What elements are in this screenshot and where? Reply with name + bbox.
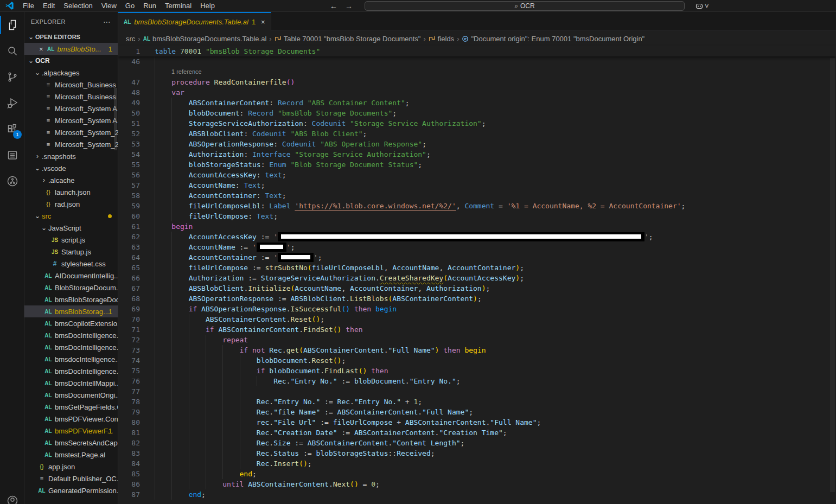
tree-item-bmsdocintelligence-[interactable]: ALbmsDocIntelligence... xyxy=(24,365,118,377)
code-line-46[interactable]: 46 xyxy=(118,56,836,67)
tree-item-bmsblobstorag-[interactable]: ALbmsBlobStorag...1 xyxy=(24,305,118,317)
code-line-61[interactable]: 61 begin xyxy=(118,221,836,232)
line-number[interactable]: 81 xyxy=(118,428,140,438)
line-number[interactable]: 74 xyxy=(118,355,140,366)
code-line-47[interactable]: 47 procedure ReadContainerfile() xyxy=(118,77,836,87)
code-line-51[interactable]: 51 StorageServiceAuthorization: Codeunit… xyxy=(118,118,836,129)
tree-item-stylesheet-css[interactable]: #stylesheet.css xyxy=(24,258,118,270)
line-number[interactable]: 71 xyxy=(118,324,140,335)
line-number[interactable]: 50 xyxy=(118,108,140,118)
line-number[interactable]: 87 xyxy=(118,489,140,500)
tree-item-microsoft-system-2-[interactable]: ≡Microsoft_System_2... xyxy=(24,126,118,138)
menu-terminal[interactable]: Terminal xyxy=(161,0,196,11)
code-line-79[interactable]: 79 Rec."file Name" := ABSContainerConten… xyxy=(118,407,836,417)
source-control-icon[interactable] xyxy=(0,64,24,90)
code-line-62[interactable]: 62 AccountAccessKey := ''; xyxy=(118,232,836,242)
line-number[interactable]: 66 xyxy=(118,273,140,283)
line-number[interactable]: 68 xyxy=(118,294,140,304)
code-line-72[interactable]: 72 repeat xyxy=(118,335,836,345)
tree-item-javascript[interactable]: ⌄JavaScript xyxy=(24,222,118,234)
line-number[interactable]: 53 xyxy=(118,139,140,149)
tree-item-generatedpermission-[interactable]: ALGeneratedPermission.... xyxy=(24,484,118,496)
code-line-49[interactable]: 49 ABSContainerContent: Record "ABS Cont… xyxy=(118,98,836,108)
line-number[interactable]: 46 xyxy=(118,56,140,67)
menu-help[interactable]: Help xyxy=(196,0,219,11)
code-line-77[interactable]: 77 xyxy=(118,386,836,397)
code-line-59[interactable]: 59 fileUrlComposeLbl: Label 'https://%1.… xyxy=(118,201,836,211)
tree-item-bmsdocintelligence-[interactable]: ALbmsDocIntelligence... xyxy=(24,341,118,353)
code-line-50[interactable]: 50 blobDocument: Record "bmsBlob Storage… xyxy=(118,108,836,118)
code-line-56[interactable]: 56 AccountAccessKey: text; xyxy=(118,170,836,180)
tree-item-bmstest-page-al[interactable]: ALbmstest.Page.al xyxy=(24,449,118,461)
tree-item-bmsdocintellmappi-[interactable]: ALbmsDocIntellMappi... xyxy=(24,377,118,389)
line-number[interactable]: 48 xyxy=(118,87,140,98)
line-number[interactable]: 52 xyxy=(118,129,140,139)
code-line-53[interactable]: 53 ABSOperationResponse: Codeunit "ABS O… xyxy=(118,139,836,149)
menu-go[interactable]: Go xyxy=(121,0,139,11)
tree-item-ocr[interactable]: ⌄OCR xyxy=(24,55,118,67)
breadcrumb-item[interactable]: Table 70001 "bmsBlob Storage Documents" xyxy=(275,35,421,43)
codelens-references[interactable]: 1 reference xyxy=(155,67,202,77)
tree-item--vscode[interactable]: ⌄.vscode xyxy=(24,162,118,174)
line-number[interactable]: 70 xyxy=(118,314,140,324)
al-home-icon[interactable] xyxy=(0,168,24,194)
line-number[interactable]: 47 xyxy=(118,77,140,87)
line-number[interactable]: 61 xyxy=(118,221,140,232)
nav-forward-icon[interactable]: → xyxy=(345,2,353,10)
code-line-52[interactable]: 52 ABSBlobClient: Codeunit "ABS Blob Cli… xyxy=(118,129,836,139)
al-object-list-icon[interactable] xyxy=(0,142,24,168)
code-line-85[interactable]: 85 end; xyxy=(118,469,836,479)
code-line-75[interactable]: 75 if blobDocument.FindLast() then xyxy=(118,366,836,376)
line-number[interactable]: 72 xyxy=(118,335,140,345)
command-center-search[interactable]: ⌕ OCR xyxy=(365,1,685,11)
code-line-83[interactable]: 83 Rec.Status := blobStorageStatus::Rece… xyxy=(118,448,836,458)
tree-item-bmsdocumentorigi-[interactable]: ALbmsDocumentOrigi... xyxy=(24,389,118,401)
tree-item-startup-js[interactable]: JSStartup.js xyxy=(24,246,118,258)
tree-item--snapshots[interactable]: ›.snapshots xyxy=(24,150,118,162)
tree-item-bmscopilotextensio-[interactable]: ALbmsCopilotExtensio... xyxy=(24,317,118,329)
open-editor-item[interactable]: × AL bmsBlobSto... 1 xyxy=(24,43,118,55)
code-line-60[interactable]: 60 fileUrlCompose: Text; xyxy=(118,211,836,221)
tree-item-microsoft-business-[interactable]: ≡Microsoft_Business ... xyxy=(24,91,118,103)
tree-item--alcache[interactable]: ›.alcache xyxy=(24,174,118,186)
tree-item-script-js[interactable]: JSscript.js xyxy=(24,234,118,246)
code-line-48[interactable]: 48 var xyxy=(118,87,836,98)
code-line-64[interactable]: 64 AccountContainer := ''; xyxy=(118,252,836,263)
line-number[interactable] xyxy=(118,67,140,77)
tree-item-blobstoragedocum-[interactable]: ALBlobStorageDocum... xyxy=(24,282,118,294)
code-line-57[interactable]: 57 AccountName: Text; xyxy=(118,180,836,190)
tree-item-microsoft-system-a-[interactable]: ≡Microsoft_System A... xyxy=(24,114,118,126)
code-line-55[interactable]: 55 blobStorageStatus: Enum "Blob Storage… xyxy=(118,160,836,170)
breadcrumb-item[interactable]: src xyxy=(126,35,135,43)
line-number[interactable]: 55 xyxy=(118,160,140,170)
breadcrumb-item[interactable]: ALbmsBlobStorageDocuments.Table.al xyxy=(143,35,267,43)
code-editor[interactable]: 461 reference47 procedure ReadContainerf… xyxy=(118,56,836,500)
tree-item-microsoft-system-2-[interactable]: ≡Microsoft_System_2... xyxy=(24,138,118,150)
tree-item-aidocumentintellig-[interactable]: ALAIDocumentIntellig... xyxy=(24,270,118,282)
editor-scrollbar[interactable] xyxy=(830,58,835,492)
line-number[interactable]: 85 xyxy=(118,469,140,479)
code-line-70[interactable]: 70 ABSContainerContent.Reset(); xyxy=(118,314,836,324)
search-view-icon[interactable] xyxy=(0,38,24,64)
line-number[interactable]: 60 xyxy=(118,211,140,221)
breadcrumb-item[interactable]: "Document origin": Enum 70001 "bmsDocume… xyxy=(462,35,644,43)
code-line-86[interactable]: 86 until ABSContainerContent.Next() = 0; xyxy=(118,479,836,489)
code-line-68[interactable]: 68 ABSOperationResponse := ABSBlobClient… xyxy=(118,294,836,304)
line-number[interactable]: 84 xyxy=(118,458,140,469)
line-number[interactable]: 83 xyxy=(118,448,140,458)
codelens-row[interactable]: 1 reference xyxy=(118,67,836,77)
code-line-71[interactable]: 71 if ABSContainerContent.FindSet() then xyxy=(118,324,836,335)
extensions-icon[interactable]: 1 xyxy=(0,116,24,142)
code-line-87[interactable]: 87 end; xyxy=(118,489,836,500)
code-line-65[interactable]: 65 fileUrlCompose := strSubstNo(fileUrlC… xyxy=(118,263,836,273)
line-number[interactable]: 64 xyxy=(118,252,140,263)
tree-item-microsoft-system-a-[interactable]: ≡Microsoft_System A... xyxy=(24,103,118,114)
tree-item-bmsdocintelligence-[interactable]: ALbmsdocIntelligence... xyxy=(24,353,118,365)
menu-view[interactable]: View xyxy=(97,0,121,11)
code-line-67[interactable]: 67 ABSBlobClient.Initialize(AccountName,… xyxy=(118,283,836,294)
line-number[interactable]: 78 xyxy=(118,397,140,407)
code-line-73[interactable]: 73 if not Rec.get(ABSContainerContent."F… xyxy=(118,345,836,355)
line-number[interactable]: 86 xyxy=(118,479,140,489)
code-line-78[interactable]: 78 Rec."Entry No." := Rec."Entry No." + … xyxy=(118,397,836,407)
tree-item-bmsdocintelligence-[interactable]: ALbmsDocIntelligence... xyxy=(24,329,118,341)
